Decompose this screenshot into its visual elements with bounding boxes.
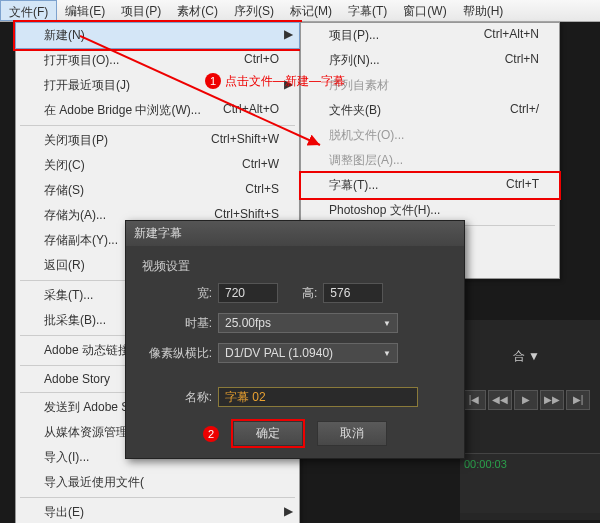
menu-clip[interactable]: 素材(C) — [169, 0, 226, 21]
menu-item[interactable]: 在 Adobe Bridge 中浏览(W)...Ctrl+Alt+O — [16, 98, 299, 123]
step-fwd-button[interactable]: ▶▶ — [540, 390, 564, 410]
menu-sequence[interactable]: 序列(S) — [226, 0, 282, 21]
timecode: 00:00:03 — [460, 454, 600, 474]
par-select[interactable]: D1/DV PAL (1.0940)▼ — [218, 343, 398, 363]
menu-item[interactable]: 存储(S)Ctrl+S — [16, 178, 299, 203]
width-input[interactable] — [218, 283, 278, 303]
chevron-down-icon: ▼ — [383, 349, 391, 358]
fit-dropdown[interactable]: 合 ▼ — [513, 348, 540, 365]
play-button[interactable]: ▶ — [514, 390, 538, 410]
menu-project[interactable]: 项目(P) — [113, 0, 169, 21]
timeline-panel: 00:00:03 — [460, 453, 600, 513]
cancel-button[interactable]: 取消 — [317, 421, 387, 446]
menu-marker[interactable]: 标记(M) — [282, 0, 340, 21]
menu-item[interactable]: 打开最近项目(J)▶ — [16, 73, 299, 98]
menu-file[interactable]: 文件(F) — [0, 0, 57, 21]
step-back-button[interactable]: ◀◀ — [488, 390, 512, 410]
ok-button[interactable]: 确定 — [233, 421, 303, 446]
video-settings-label: 视频设置 — [142, 258, 448, 275]
height-input[interactable] — [323, 283, 383, 303]
menu-bar: 文件(F) 编辑(E) 项目(P) 素材(C) 序列(S) 标记(M) 字幕(T… — [0, 0, 600, 22]
menu-item[interactable]: 文件夹(B)Ctrl+/ — [301, 98, 559, 123]
transport-controls: |◀ ◀◀ ▶ ▶▶ ▶| — [462, 390, 590, 410]
par-label: 像素纵横比: — [142, 345, 212, 362]
menu-item: 脱机文件(O)... — [301, 123, 559, 148]
menu-edit[interactable]: 编辑(E) — [57, 0, 113, 21]
goto-end-button[interactable]: ▶| — [566, 390, 590, 410]
menu-item[interactable]: 关闭(C)Ctrl+W — [16, 153, 299, 178]
menu-item[interactable]: 打开项目(O)...Ctrl+O — [16, 48, 299, 73]
width-label: 宽: — [142, 285, 212, 302]
new-title-dialog: 新建字幕 视频设置 宽: 高: 时基: 25.00fps▼ 像素纵横比: D1/… — [125, 220, 465, 459]
menu-item[interactable]: 新建(N)▶ — [15, 22, 300, 49]
timebase-label: 时基: — [142, 315, 212, 332]
menu-item[interactable]: 关闭项目(P)Ctrl+Shift+W — [16, 128, 299, 153]
menu-item[interactable]: 导出(E)▶ — [16, 500, 299, 523]
timebase-select[interactable]: 25.00fps▼ — [218, 313, 398, 333]
goto-start-button[interactable]: |◀ — [462, 390, 486, 410]
name-label: 名称: — [142, 389, 212, 406]
menu-title[interactable]: 字幕(T) — [340, 0, 395, 21]
height-label: 高: — [302, 285, 317, 302]
menu-window[interactable]: 窗口(W) — [395, 0, 454, 21]
menu-item[interactable]: 序列(N)...Ctrl+N — [301, 48, 559, 73]
menu-item: 调整图层(A)... — [301, 148, 559, 173]
menu-item[interactable]: 导入最近使用文件( — [16, 470, 299, 495]
name-input[interactable] — [218, 387, 418, 407]
menu-item: 序列自素材 — [301, 73, 559, 98]
menu-help[interactable]: 帮助(H) — [455, 0, 512, 21]
menu-item[interactable]: 项目(P)...Ctrl+Alt+N — [301, 23, 559, 48]
chevron-down-icon: ▼ — [383, 319, 391, 328]
menu-item[interactable]: 字幕(T)...Ctrl+T — [301, 173, 559, 198]
dialog-title: 新建字幕 — [126, 221, 464, 246]
